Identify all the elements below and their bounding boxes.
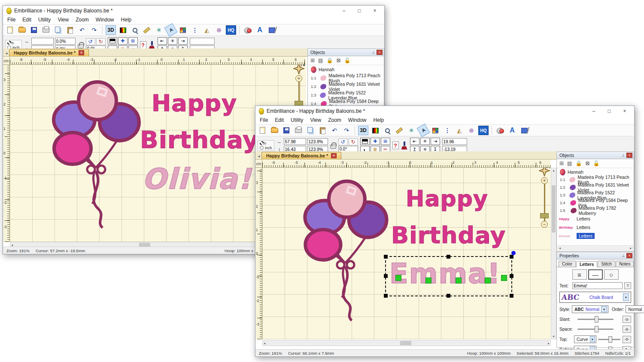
rotate-handle[interactable] — [511, 251, 516, 255]
top-slider[interactable] — [598, 339, 620, 340]
mm-radio[interactable] — [260, 141, 264, 145]
lettering-button[interactable]: A — [255, 25, 265, 35]
menu-utility[interactable]: Utility — [38, 17, 51, 23]
save-button[interactable] — [29, 25, 39, 35]
stitch-doctor-button[interactable]: ? — [140, 41, 146, 49]
slider-thumb[interactable] — [608, 336, 612, 343]
font-selector[interactable]: ABC Chalk Board ▾ — [559, 292, 631, 303]
style-dropdown[interactable]: ABC Normal ▾ — [572, 305, 608, 313]
circle-mode-button[interactable]: ○ — [604, 269, 619, 280]
lock-icon[interactable]: 🔒 — [575, 160, 582, 166]
merge-design-button[interactable] — [243, 25, 253, 35]
color-row[interactable]: 1:2 Madeira Poly 1631 Velvet Violet — [308, 82, 384, 91]
selection-box[interactable] — [385, 256, 512, 296]
fit-hoop-button[interactable]: ⊞ — [381, 138, 390, 145]
merge-stitch-file-button[interactable] — [267, 25, 277, 35]
3d-view-button[interactable]: 3D — [358, 126, 368, 135]
pos-x-input[interactable] — [190, 38, 215, 45]
new-button[interactable] — [5, 25, 15, 35]
maximize-button[interactable]: □ — [352, 6, 367, 15]
panel-scrollbar[interactable]: ◂ ▸ — [558, 245, 633, 250]
rotate-right-button[interactable]: ↻ — [96, 38, 106, 45]
open-button[interactable] — [269, 126, 279, 135]
unlock-icon[interactable]: 🔓 — [593, 160, 599, 166]
width-input[interactable] — [284, 138, 306, 145]
letter-handle[interactable] — [395, 275, 401, 281]
vertical-scrollbar[interactable]: ▴ ▾ — [551, 168, 556, 339]
lettering-button[interactable]: A — [507, 126, 517, 135]
zoom-tool-button[interactable] — [130, 25, 140, 35]
design-tool-button[interactable]: ◭ — [454, 126, 465, 135]
align-left-button[interactable]: ⇤ — [410, 138, 419, 145]
top-reset-button[interactable]: -0- — [623, 336, 631, 343]
mm-radio[interactable] — [7, 41, 11, 45]
unlock-icon[interactable]: 🔓 — [344, 57, 350, 63]
menu-help[interactable]: Help — [374, 117, 384, 123]
align-right-button[interactable]: ⇥ — [178, 37, 188, 45]
panel-close-icon[interactable]: × — [377, 50, 383, 55]
merge-design-button[interactable] — [495, 126, 505, 135]
pin-icon[interactable]: ⊥ — [620, 153, 626, 157]
selection-handle[interactable] — [510, 255, 513, 259]
tab-color[interactable]: Color — [559, 261, 576, 267]
scroll-left-icon[interactable]: ◂ — [263, 341, 266, 346]
tab-close-icon[interactable]: × — [331, 153, 337, 158]
pos-x-input[interactable] — [442, 138, 467, 145]
fit-hoop-button[interactable]: ⊞ — [128, 37, 138, 45]
print-button[interactable] — [293, 126, 304, 135]
tree-view-icon[interactable]: ▤ — [318, 57, 323, 63]
document-tab[interactable]: Happy Birthday Baloons.be * × — [261, 152, 341, 159]
design-text-birthday[interactable]: Birthday — [391, 222, 506, 249]
hq-button[interactable]: HQ — [478, 126, 489, 135]
menu-help[interactable]: Help — [121, 17, 132, 23]
letter-handle[interactable] — [456, 278, 462, 284]
zoom-out-icon[interactable]: − — [541, 221, 548, 228]
open-button[interactable] — [17, 25, 27, 35]
hoop-button[interactable]: ✳ — [406, 126, 416, 135]
panel-close-icon[interactable]: × — [626, 253, 632, 258]
horizontal-scrollbar[interactable]: ◂ ▸ — [262, 340, 551, 346]
hide-icon[interactable]: ⊠ — [585, 160, 589, 166]
save-button[interactable] — [281, 126, 292, 135]
tab-scroll-left[interactable]: ◂ — [256, 153, 261, 159]
tree-view-icon[interactable]: ▤ — [567, 160, 572, 166]
rotate-right-button[interactable]: ↻ — [349, 139, 358, 145]
stitch-back-button[interactable]: ↶ — [329, 126, 340, 135]
pin-icon[interactable]: ⊥ — [371, 50, 377, 54]
width-percent-input[interactable] — [55, 38, 76, 45]
menu-zoom[interactable]: Zoom — [76, 17, 89, 23]
multiline-mode-button[interactable]: ≡ — [572, 269, 587, 280]
scroll-thumb[interactable] — [400, 341, 411, 345]
rotate-left-button[interactable]: ↺ — [338, 139, 348, 145]
color-row[interactable]: 1:1 Madeira Poly 1713 Peach Blush — [308, 74, 384, 82]
letters-row[interactable]: Happy Letters — [557, 214, 634, 223]
zoom-tool-button[interactable] — [382, 126, 392, 135]
align-center-button[interactable]: ✳ — [420, 138, 430, 145]
menu-edit[interactable]: Edit — [22, 17, 31, 23]
rotate-left-button[interactable]: ↺ — [86, 38, 95, 45]
letter-handle[interactable] — [485, 278, 491, 284]
move-hoop-button[interactable]: ✚ — [371, 138, 380, 145]
document-tab[interactable]: Happy Birthday Baloons.be * × — [9, 49, 89, 56]
stitch-simulator-button[interactable] — [149, 41, 155, 49]
scroll-left-icon[interactable]: ◂ — [559, 246, 561, 250]
print-button[interactable] — [41, 25, 51, 35]
hoop-button[interactable]: ✳ — [154, 25, 164, 35]
stitch-forward-button[interactable]: ↷ — [341, 126, 352, 135]
design-text-name[interactable]: Olivia! — [142, 163, 252, 196]
menu-view[interactable]: View — [310, 117, 321, 123]
scroll-right-icon[interactable]: ▸ — [547, 341, 550, 346]
pin-icon[interactable]: ⊥ — [620, 253, 626, 258]
tab-close-icon[interactable]: × — [79, 50, 84, 55]
stitch-doctor-button[interactable]: ? — [392, 142, 399, 149]
lettering-text-input[interactable] — [572, 282, 623, 289]
zoom-slider[interactable]: + − — [540, 177, 549, 228]
mirror-button[interactable] — [108, 37, 117, 45]
order-dropdown[interactable]: Normal ▾ — [626, 305, 644, 313]
measure-button[interactable] — [142, 25, 152, 35]
menu-file[interactable]: File — [7, 17, 15, 23]
menu-zoom[interactable]: Zoom — [328, 117, 341, 123]
measure-button[interactable] — [394, 126, 404, 135]
letter-handle[interactable] — [501, 275, 507, 281]
space-reset-button[interactable]: -0- — [623, 326, 631, 333]
